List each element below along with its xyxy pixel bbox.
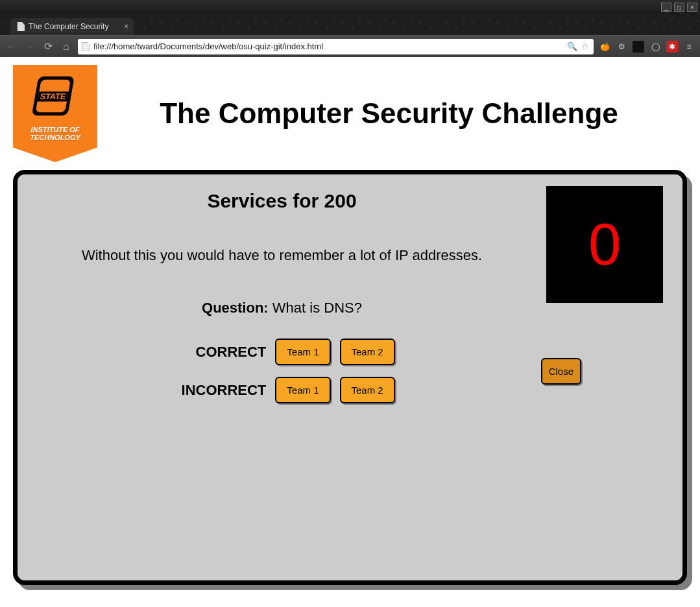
incorrect-team2-button[interactable]: Team 2 xyxy=(340,377,395,403)
question-answer: What is DNS? xyxy=(272,300,362,316)
timer-value: 0 xyxy=(588,211,621,278)
maximize-icon: □ xyxy=(677,4,681,11)
question-card: Services for 200 Without this you would … xyxy=(13,170,687,585)
page-viewport: STATE INSTITUTE OF TECHNOLOGY The Comput… xyxy=(0,57,700,607)
browser-toolbar: ← → ⟳ ⌂ file:///home/tward/Documents/dev… xyxy=(0,35,700,57)
extension-icon-1[interactable]: 🍊 xyxy=(599,41,610,53)
star-icon[interactable]: ☆ xyxy=(581,42,590,51)
window-close-button[interactable]: × xyxy=(687,3,697,12)
banner-text: INSTITUTE OF TECHNOLOGY xyxy=(30,126,80,141)
page-header: STATE INSTITUTE OF TECHNOLOGY The Comput… xyxy=(13,65,687,162)
settings-gear-icon[interactable]: ⚙ xyxy=(616,41,627,53)
extension-icon-3[interactable]: ◯ xyxy=(649,41,661,53)
url-text: file:///home/tward/Documents/dev/web/osu… xyxy=(93,42,564,51)
page-icon xyxy=(82,42,90,51)
clue-text: Without this you would have to remember … xyxy=(37,247,527,264)
correct-label: CORRECT xyxy=(169,344,266,361)
file-icon xyxy=(16,22,25,31)
menu-icon[interactable]: ≡ xyxy=(683,41,695,53)
back-icon: ← xyxy=(5,41,18,53)
close-icon: × xyxy=(690,4,694,11)
institute-banner: STATE INSTITUTE OF TECHNOLOGY xyxy=(13,65,97,162)
extension-icon-4[interactable]: ✱ xyxy=(666,41,678,53)
banner-line-2: TECHNOLOGY xyxy=(30,134,80,141)
page-title: The Computer Security Challenge xyxy=(117,97,687,130)
reload-icon[interactable]: ⟳ xyxy=(42,40,54,53)
banner-line-1: INSTITUTE OF xyxy=(30,126,80,134)
tab-close-icon[interactable]: × xyxy=(124,22,128,31)
correct-row: CORRECT Team 1 Team 2 xyxy=(169,339,394,365)
minimize-icon: _ xyxy=(664,4,668,11)
browser-tab[interactable]: The Computer Security × xyxy=(10,18,134,35)
logo-word: STATE xyxy=(40,92,67,101)
zoom-icon[interactable]: 🔍 xyxy=(568,42,577,51)
correct-team1-button[interactable]: Team 1 xyxy=(275,339,330,365)
os-titlebar: _ □ × xyxy=(0,0,700,14)
tab-title: The Computer Security xyxy=(29,22,108,31)
extension-icon-2[interactable] xyxy=(633,41,644,53)
correct-team2-button[interactable]: Team 2 xyxy=(340,339,395,365)
tab-strip: The Computer Security × xyxy=(0,14,700,35)
close-button[interactable]: Close xyxy=(541,358,581,385)
forward-icon: → xyxy=(23,41,36,53)
window-maximize-button[interactable]: □ xyxy=(674,3,684,12)
question-label: Question: xyxy=(202,300,269,316)
card-title: Services for 200 xyxy=(37,190,527,212)
timer-display: 0 xyxy=(546,186,663,303)
home-icon[interactable]: ⌂ xyxy=(60,41,73,53)
incorrect-team1-button[interactable]: Team 1 xyxy=(275,377,330,403)
answer-block: CORRECT Team 1 Team 2 INCORRECT Team 1 T… xyxy=(37,339,527,403)
incorrect-row: INCORRECT Team 1 Team 2 xyxy=(169,377,394,403)
question-line: Question: What is DNS? xyxy=(37,300,527,316)
incorrect-label: INCORRECT xyxy=(169,382,266,399)
osu-logo-icon: STATE xyxy=(28,69,82,123)
window-minimize-button[interactable]: _ xyxy=(661,3,671,12)
url-field[interactable]: file:///home/tward/Documents/dev/web/osu… xyxy=(78,39,594,54)
